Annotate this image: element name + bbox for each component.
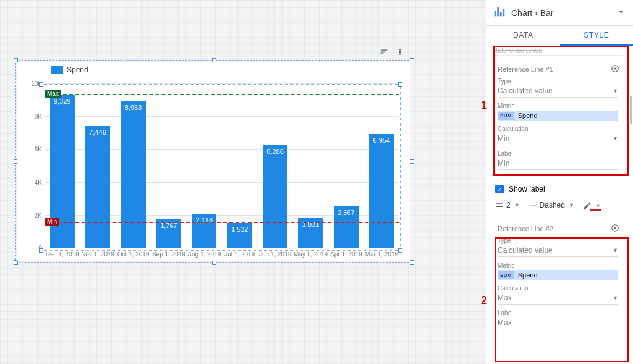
ref2-metric-label: Metric (498, 262, 618, 269)
svg-rect-1 (497, 7, 499, 17)
ref1-type-label: Type (498, 78, 618, 85)
line-style-row: 2 ▼ Dashed ▼ ▼ (494, 200, 622, 211)
inner-handle-bl[interactable] (39, 248, 43, 253)
ref2-metric-agg: SUM (498, 271, 514, 279)
ref2-calc-dropdown[interactable]: Max▼ (498, 292, 618, 305)
x-category-label: Apr 1, 2019 (330, 251, 362, 258)
x-category-label: Mar 1, 2019 (365, 251, 398, 258)
panel-scrollbar[interactable] (629, 46, 633, 364)
y-tick-label: 4K (25, 179, 42, 186)
tab-data[interactable]: DATA (486, 26, 560, 46)
resize-handle-bc[interactable] (212, 260, 216, 265)
show-label-text: Show label (509, 185, 545, 193)
ref1-label-label: Label (498, 150, 618, 157)
panel-breadcrumb[interactable]: Chart › Bar (511, 8, 611, 18)
remove-ref1-button[interactable] (611, 64, 619, 75)
legend-swatch (51, 66, 63, 74)
ref1-type-dropdown[interactable]: Calculated value▼ (498, 85, 618, 98)
chevron-down-icon[interactable] (616, 6, 627, 19)
ref1-type-value: Calculated value (498, 87, 553, 95)
ref2-type-dropdown[interactable]: Calculated value▼ (498, 244, 618, 257)
x-category-label: Aug 1, 2019 (187, 251, 221, 258)
legend-label: Spend (67, 66, 88, 74)
annotation-number-1: 1 (481, 99, 487, 112)
ref1-metric-name: Spend (514, 111, 542, 121)
ref2-metric-chip[interactable]: SUM Spend (498, 270, 618, 280)
chart-legend: Spend (51, 66, 88, 74)
ref2-calc-value: Max (498, 294, 512, 302)
section-heading-reference-lines: Reference Lines (493, 46, 623, 56)
ref1-calc-value: Min (498, 134, 509, 143)
ref1-calc-label: Calculation (498, 125, 618, 132)
ref2-type-value: Calculated value (498, 246, 553, 255)
remove-ref2-button[interactable] (611, 224, 619, 234)
tab-style[interactable]: STYLE (560, 26, 634, 46)
ref2-heading: Reference Line #2 (498, 225, 618, 232)
ref1-metric-label: Metric (498, 103, 618, 109)
inner-handle-br[interactable] (398, 248, 402, 253)
inner-handle-tl[interactable] (39, 82, 43, 87)
reference-line-1-panel: Reference Line #1 Type Calculated value▼… (493, 61, 623, 176)
svg-rect-0 (495, 11, 496, 16)
plot-selection-outline (41, 84, 401, 251)
ref1-heading: Reference Line #1 (498, 66, 618, 73)
x-category-label: Nov 1, 2019 (81, 251, 114, 258)
ref1-metric-chip[interactable]: SUM Spend (498, 111, 618, 121)
ref2-label-input[interactable] (498, 316, 618, 329)
resize-handle-mr[interactable] (410, 159, 414, 164)
ref2-type-label: Type (498, 237, 618, 244)
inner-handle-tr[interactable] (398, 82, 402, 87)
bar-chart-component[interactable]: Spend 02K4K6K8K10K9,329Dec 1, 20197,446N… (17, 62, 410, 261)
svg-rect-3 (503, 9, 505, 16)
line-weight-dropdown[interactable]: 2 ▼ (494, 200, 521, 211)
line-color-swatch (590, 209, 601, 211)
annotation-number-2: 2 (481, 294, 487, 307)
x-category-label: Sep 1, 2019 (152, 251, 185, 258)
resize-handle-br[interactable] (410, 260, 414, 265)
show-label-row: Show label (495, 185, 623, 193)
line-style-value: Dashed (540, 201, 565, 210)
show-label-checkbox[interactable] (495, 185, 504, 193)
x-category-label: Jul 1, 2019 (224, 251, 255, 258)
ref1-calc-dropdown[interactable]: Min▼ (498, 132, 618, 145)
ref1-label-input[interactable] (498, 157, 618, 170)
y-tick-label: 6K (25, 146, 42, 153)
x-category-label: Oct 1, 2019 (117, 251, 150, 258)
line-style-dropdown[interactable]: Dashed ▼ (527, 200, 576, 211)
x-category-label: May 1, 2019 (294, 251, 328, 258)
resize-handle-tr[interactable] (410, 58, 414, 62)
chart-body: Spend 02K4K6K8K10K9,329Dec 1, 20197,446N… (17, 62, 410, 261)
resize-handle-bl[interactable] (14, 260, 18, 265)
scrollbar-thumb[interactable] (630, 96, 632, 124)
svg-rect-2 (500, 12, 502, 16)
properties-panel: Chart › Bar DATA STYLE Reference Lines R… (486, 0, 633, 364)
ref2-calc-label: Calculation (498, 285, 618, 292)
line-weight-value: 2 (506, 201, 511, 210)
panel-scroll-area: Reference Lines Reference Line #1 Type C… (486, 46, 633, 364)
ref1-metric-agg: SUM (498, 112, 514, 120)
chart-hover-toolbar (380, 47, 404, 56)
reference-line-2-panel: Reference Line #2 Type Calculated value▼… (493, 220, 623, 336)
bar-chart-icon (493, 5, 506, 20)
more-icon[interactable] (396, 47, 404, 56)
x-category-label: Dec 1, 2019 (46, 251, 79, 258)
y-tick-label: 2K (25, 212, 42, 219)
x-category-label: Jun 1, 2019 (259, 251, 291, 258)
panel-header: Chart › Bar (486, 0, 633, 26)
ref2-metric-name: Spend (514, 270, 542, 280)
panel-tabs: DATA STYLE (486, 26, 633, 46)
sort-icon[interactable] (380, 47, 388, 56)
ref2-label-label: Label (498, 310, 618, 316)
y-tick-label: 8K (25, 113, 42, 120)
